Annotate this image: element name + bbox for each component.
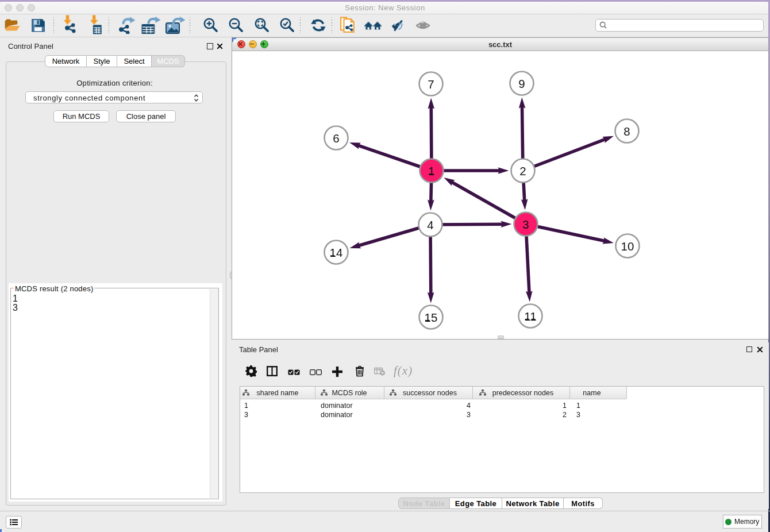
svg-text:14: 14: [330, 246, 343, 259]
svg-text:4: 4: [427, 218, 433, 232]
svg-text:2: 2: [519, 164, 526, 178]
svg-text:1: 1: [428, 164, 434, 178]
svg-text:10: 10: [621, 240, 634, 253]
svg-text:6: 6: [333, 132, 339, 145]
svg-text:8: 8: [623, 125, 630, 138]
svg-text:7: 7: [428, 78, 434, 91]
svg-text:9: 9: [518, 77, 525, 90]
svg-text:15: 15: [425, 311, 438, 324]
svg-text:11: 11: [524, 310, 536, 323]
svg-text:3: 3: [522, 218, 529, 231]
